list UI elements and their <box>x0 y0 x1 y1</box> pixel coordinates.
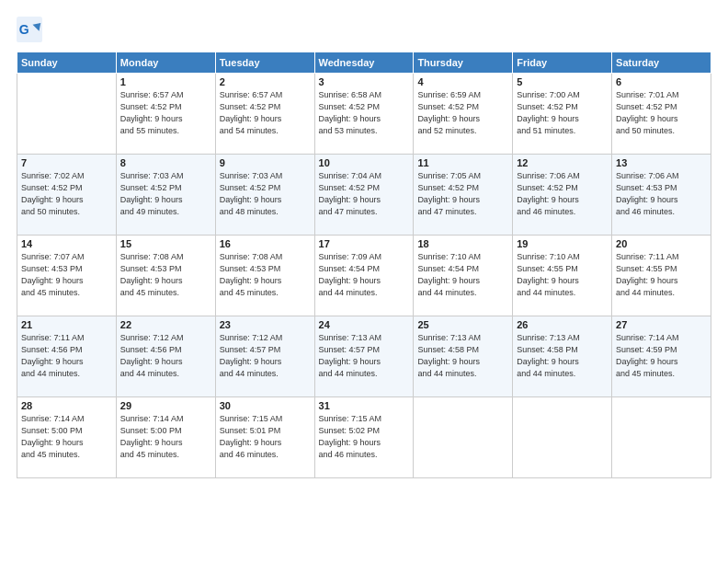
day-number: 11 <box>417 157 508 168</box>
day-info: Sunrise: 7:09 AM Sunset: 4:54 PM Dayligh… <box>319 251 410 299</box>
day-info: Sunrise: 6:57 AM Sunset: 4:52 PM Dayligh… <box>220 89 311 137</box>
day-info: Sunrise: 7:14 AM Sunset: 5:00 PM Dayligh… <box>120 413 211 461</box>
day-cell: 8Sunrise: 7:03 AM Sunset: 4:52 PM Daylig… <box>116 155 215 236</box>
day-info: Sunrise: 6:57 AM Sunset: 4:52 PM Dayligh… <box>120 89 211 137</box>
day-number: 6 <box>616 76 707 87</box>
day-number: 3 <box>319 76 410 87</box>
day-info: Sunrise: 7:12 AM Sunset: 4:56 PM Dayligh… <box>120 332 211 380</box>
day-number: 10 <box>319 157 410 168</box>
weekday-header-saturday: Saturday <box>612 52 711 74</box>
day-info: Sunrise: 6:58 AM Sunset: 4:52 PM Dayligh… <box>319 89 410 137</box>
weekday-header-monday: Monday <box>116 52 215 74</box>
day-number: 19 <box>517 238 608 249</box>
day-info: Sunrise: 7:15 AM Sunset: 5:01 PM Dayligh… <box>220 413 311 461</box>
day-info: Sunrise: 7:02 AM Sunset: 4:52 PM Dayligh… <box>21 170 112 218</box>
day-info: Sunrise: 7:14 AM Sunset: 5:00 PM Dayligh… <box>21 413 112 461</box>
day-info: Sunrise: 7:15 AM Sunset: 5:02 PM Dayligh… <box>319 413 410 461</box>
day-number: 29 <box>120 400 211 411</box>
week-row-5: 28Sunrise: 7:14 AM Sunset: 5:00 PM Dayli… <box>17 397 711 478</box>
weekday-header-wednesday: Wednesday <box>314 52 414 74</box>
day-cell: 9Sunrise: 7:03 AM Sunset: 4:52 PM Daylig… <box>215 155 314 236</box>
day-cell: 20Sunrise: 7:11 AM Sunset: 4:55 PM Dayli… <box>612 236 711 316</box>
day-number: 12 <box>517 157 608 168</box>
day-cell <box>17 74 117 155</box>
day-cell: 13Sunrise: 7:06 AM Sunset: 4:53 PM Dayli… <box>612 155 711 236</box>
day-info: Sunrise: 7:10 AM Sunset: 4:54 PM Dayligh… <box>417 251 508 299</box>
day-cell: 28Sunrise: 7:14 AM Sunset: 5:00 PM Dayli… <box>17 397 117 478</box>
logo: G <box>17 17 46 42</box>
day-info: Sunrise: 7:14 AM Sunset: 4:59 PM Dayligh… <box>616 332 707 380</box>
week-row-2: 7Sunrise: 7:02 AM Sunset: 4:52 PM Daylig… <box>17 155 711 236</box>
svg-text:G: G <box>19 22 29 37</box>
day-number: 13 <box>616 157 707 168</box>
day-cell: 21Sunrise: 7:11 AM Sunset: 4:56 PM Dayli… <box>17 316 117 397</box>
day-cell: 31Sunrise: 7:15 AM Sunset: 5:02 PM Dayli… <box>314 397 414 478</box>
page: G SundayMondayTuesdayWednesdayThursdayFr… <box>0 0 728 563</box>
day-number: 27 <box>616 319 707 330</box>
day-number: 5 <box>517 76 608 87</box>
day-info: Sunrise: 7:13 AM Sunset: 4:58 PM Dayligh… <box>417 332 508 380</box>
day-number: 31 <box>319 400 410 411</box>
day-info: Sunrise: 7:04 AM Sunset: 4:52 PM Dayligh… <box>319 170 410 218</box>
day-number: 1 <box>120 76 211 87</box>
day-cell: 16Sunrise: 7:08 AM Sunset: 4:53 PM Dayli… <box>215 236 314 316</box>
day-cell: 26Sunrise: 7:13 AM Sunset: 4:58 PM Dayli… <box>513 316 612 397</box>
day-info: Sunrise: 7:00 AM Sunset: 4:52 PM Dayligh… <box>517 89 608 137</box>
day-info: Sunrise: 6:59 AM Sunset: 4:52 PM Dayligh… <box>417 89 508 137</box>
calendar-table: SundayMondayTuesdayWednesdayThursdayFrid… <box>17 52 711 478</box>
day-info: Sunrise: 7:06 AM Sunset: 4:53 PM Dayligh… <box>616 170 707 218</box>
day-cell: 27Sunrise: 7:14 AM Sunset: 4:59 PM Dayli… <box>612 316 711 397</box>
day-number: 24 <box>319 319 410 330</box>
day-number: 28 <box>21 400 112 411</box>
day-cell: 22Sunrise: 7:12 AM Sunset: 4:56 PM Dayli… <box>116 316 215 397</box>
day-info: Sunrise: 7:13 AM Sunset: 4:58 PM Dayligh… <box>517 332 608 380</box>
day-cell <box>612 397 711 478</box>
day-info: Sunrise: 7:03 AM Sunset: 4:52 PM Dayligh… <box>120 170 211 218</box>
day-cell: 30Sunrise: 7:15 AM Sunset: 5:01 PM Dayli… <box>215 397 314 478</box>
day-cell <box>513 397 612 478</box>
day-cell: 17Sunrise: 7:09 AM Sunset: 4:54 PM Dayli… <box>314 236 414 316</box>
day-cell: 3Sunrise: 6:58 AM Sunset: 4:52 PM Daylig… <box>314 74 414 155</box>
day-number: 26 <box>517 319 608 330</box>
day-number: 17 <box>319 238 410 249</box>
day-info: Sunrise: 7:11 AM Sunset: 4:56 PM Dayligh… <box>21 332 112 380</box>
day-number: 9 <box>220 157 311 168</box>
day-number: 14 <box>21 238 112 249</box>
day-info: Sunrise: 7:03 AM Sunset: 4:52 PM Dayligh… <box>220 170 311 218</box>
day-info: Sunrise: 7:07 AM Sunset: 4:53 PM Dayligh… <box>21 251 112 299</box>
day-number: 2 <box>220 76 311 87</box>
day-info: Sunrise: 7:10 AM Sunset: 4:55 PM Dayligh… <box>517 251 608 299</box>
day-cell: 5Sunrise: 7:00 AM Sunset: 4:52 PM Daylig… <box>513 74 612 155</box>
header: G <box>17 17 711 42</box>
day-number: 25 <box>417 319 508 330</box>
day-cell <box>414 397 513 478</box>
day-cell: 24Sunrise: 7:13 AM Sunset: 4:57 PM Dayli… <box>314 316 414 397</box>
day-cell: 1Sunrise: 6:57 AM Sunset: 4:52 PM Daylig… <box>116 74 215 155</box>
day-number: 23 <box>220 319 311 330</box>
day-number: 15 <box>120 238 211 249</box>
week-row-3: 14Sunrise: 7:07 AM Sunset: 4:53 PM Dayli… <box>17 236 711 316</box>
day-number: 7 <box>21 157 112 168</box>
day-number: 22 <box>120 319 211 330</box>
day-cell: 11Sunrise: 7:05 AM Sunset: 4:52 PM Dayli… <box>414 155 513 236</box>
day-number: 30 <box>220 400 311 411</box>
day-info: Sunrise: 7:05 AM Sunset: 4:52 PM Dayligh… <box>417 170 508 218</box>
weekday-header-row: SundayMondayTuesdayWednesdayThursdayFrid… <box>17 52 711 74</box>
weekday-header-friday: Friday <box>513 52 612 74</box>
day-cell: 4Sunrise: 6:59 AM Sunset: 4:52 PM Daylig… <box>414 74 513 155</box>
weekday-header-thursday: Thursday <box>414 52 513 74</box>
day-info: Sunrise: 7:12 AM Sunset: 4:57 PM Dayligh… <box>220 332 311 380</box>
day-cell: 10Sunrise: 7:04 AM Sunset: 4:52 PM Dayli… <box>314 155 414 236</box>
day-cell: 7Sunrise: 7:02 AM Sunset: 4:52 PM Daylig… <box>17 155 117 236</box>
day-number: 20 <box>616 238 707 249</box>
day-number: 16 <box>220 238 311 249</box>
day-cell: 19Sunrise: 7:10 AM Sunset: 4:55 PM Dayli… <box>513 236 612 316</box>
day-cell: 23Sunrise: 7:12 AM Sunset: 4:57 PM Dayli… <box>215 316 314 397</box>
day-number: 21 <box>21 319 112 330</box>
day-number: 18 <box>417 238 508 249</box>
day-number: 8 <box>120 157 211 168</box>
day-cell: 29Sunrise: 7:14 AM Sunset: 5:00 PM Dayli… <box>116 397 215 478</box>
logo-icon: G <box>17 17 42 42</box>
day-cell: 18Sunrise: 7:10 AM Sunset: 4:54 PM Dayli… <box>414 236 513 316</box>
week-row-1: 1Sunrise: 6:57 AM Sunset: 4:52 PM Daylig… <box>17 74 711 155</box>
